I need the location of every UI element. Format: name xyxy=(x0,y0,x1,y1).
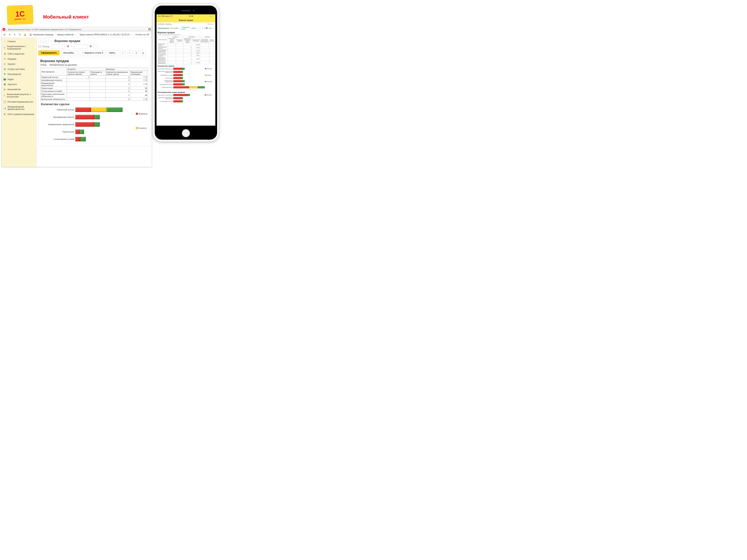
period-from-input[interactable] xyxy=(51,45,65,49)
sidebar-label: Международный финансовый учет xyxy=(7,106,35,110)
mobile-help-icon[interactable]: ? xyxy=(213,27,214,29)
settings-button[interactable]: Настройки... xyxy=(61,50,78,55)
m-print-icon[interactable]: 🖨 xyxy=(204,27,205,29)
calendar-to-icon[interactable]: 📅 xyxy=(88,45,93,49)
apps-icon[interactable]: ⊞ xyxy=(2,32,7,37)
history-icon[interactable]: ↻ xyxy=(12,32,17,37)
print-icon[interactable]: 🖨 xyxy=(140,50,146,55)
period-more-button[interactable]: … xyxy=(94,45,98,49)
search-icon[interactable]: 🔍 xyxy=(18,32,22,37)
m-bar-segment xyxy=(173,94,187,96)
period-to-input[interactable] xyxy=(73,45,87,49)
nav-forward-button[interactable]: → xyxy=(44,39,49,43)
sum-icon[interactable]: Σ xyxy=(134,50,139,55)
notifications-icon[interactable]: 🔔 xyxy=(23,32,27,37)
sidebar-item-9[interactable]: ◐Казначейство xyxy=(2,87,36,92)
period-checkbox[interactable] xyxy=(38,45,41,48)
tab-close-icon[interactable]: × xyxy=(130,33,132,36)
m-bar-row: Подготовка к выполнению обязательств xyxy=(158,71,205,73)
m-cell-c5 xyxy=(200,61,209,64)
cell-stage: Подготовка к выполнению обязательств xyxy=(41,93,67,98)
sidebar-item-2[interactable]: ◔CRM и маркетинг xyxy=(2,51,36,56)
m-collapse-icon[interactable]: ⤡ xyxy=(200,27,202,29)
tab-close-icon[interactable]: × xyxy=(75,33,76,36)
bar-segment xyxy=(75,130,80,134)
mobile-settings-link[interactable]: Настройки... xyxy=(171,27,180,29)
m-cell-c6 xyxy=(209,61,214,64)
m-cell-stage: Подготовка к выполнению обязательств xyxy=(158,57,168,61)
sidebar-icon: ▤ xyxy=(3,68,6,70)
mobile-period-chevron-icon[interactable]: › xyxy=(206,23,206,25)
page-title: Воронка продаж xyxy=(54,39,80,43)
sidebar-item-4[interactable]: 🛒Закупки xyxy=(2,61,36,66)
m-expand-icon[interactable]: ⤢ xyxy=(198,27,200,29)
bar-label: Первичный контакт xyxy=(40,109,75,111)
m-bar-segment xyxy=(182,80,185,82)
sidebar-item-11[interactable]: 📋Регламентированный учет xyxy=(2,99,36,104)
nav-tab-1[interactable]: Заказы клиентов× xyxy=(55,32,78,37)
sidebar-item-5[interactable]: ▤Склад и доставка xyxy=(2,66,36,72)
cell-pot xyxy=(90,93,105,98)
favorite-star-icon[interactable]: ☆ xyxy=(50,39,52,43)
m-cell-c6 xyxy=(209,54,214,57)
mobile-find-link[interactable]: Найти... xyxy=(191,27,197,29)
sidebar-item-0[interactable]: ≡Главное xyxy=(2,39,36,44)
sidebar-icon: 🛒 xyxy=(3,63,6,65)
m-bar-label: Согласование условий xyxy=(158,101,173,102)
calendar-from-icon[interactable]: 📅 xyxy=(66,45,70,49)
mobile-more-link[interactable]: Еще› xyxy=(209,27,212,29)
nav-back-button[interactable]: ← xyxy=(38,39,43,43)
wifi-icon: 📶 xyxy=(170,15,173,17)
sidebar-item-7[interactable]: 👥Кадры xyxy=(2,77,36,82)
cell-won: 1 xyxy=(105,90,130,93)
mobile-title: Воронка продаж xyxy=(179,19,193,21)
filter-label: Отбор: xyxy=(40,64,47,66)
save-icon[interactable]: 💾 xyxy=(148,28,151,30)
sidebar-item-12[interactable]: 📊Международный финансовый учет xyxy=(2,104,36,112)
th-sub-2: Количество выигранных этапов сделок xyxy=(105,71,130,76)
m-bar-track xyxy=(173,68,185,70)
expand-icon[interactable]: ⤢ xyxy=(121,50,126,55)
collapse-icon[interactable]: ⤡ xyxy=(127,50,132,55)
sidebar-item-1[interactable]: ⇅Бюджетирование и планирование xyxy=(2,44,36,51)
m-legend-label: В работе xyxy=(206,75,211,76)
m-cell-c4: 1 760,0 xyxy=(192,43,200,46)
bar-segment xyxy=(80,130,84,134)
phone-home-button[interactable] xyxy=(182,129,190,137)
favorites-icon[interactable]: ★ xyxy=(7,32,12,37)
m-bar-row: Квалификация клиента xyxy=(158,83,205,85)
nav-tab-0[interactable]: 🏠Начальная страница xyxy=(28,32,55,37)
m-cell-c1 xyxy=(168,54,176,57)
mobile-period-row: › Период: xyxy=(156,22,215,26)
sidebar-item-13[interactable]: ⚙НСИ и администрирование xyxy=(2,112,36,117)
sidebar-label: Склад и доставка xyxy=(7,68,25,70)
sidebar-item-6[interactable]: ⚒Производство xyxy=(2,72,36,77)
sidebar-item-8[interactable]: ▦Зарплата xyxy=(2,82,36,87)
cell-stage: Первичный контакт xyxy=(41,76,67,79)
cell-inwork xyxy=(67,98,90,101)
cell-pot xyxy=(90,98,105,101)
find-button[interactable]: Найти... xyxy=(107,50,119,55)
sidebar-item-10[interactable]: ⫴Финансовый результат и контроллинг xyxy=(2,92,36,99)
m-legend-item: В работе xyxy=(205,75,214,76)
sidebar-item-3[interactable]: 🛍Продажи xyxy=(2,56,36,61)
mobile-period-input[interactable] xyxy=(158,23,205,25)
app-menu-dropdown-icon[interactable]: ▾ xyxy=(6,28,7,30)
bar-track xyxy=(75,122,100,127)
m-save-icon[interactable]: 💾 xyxy=(206,27,208,29)
m-sum-icon[interactable]: Σ xyxy=(202,27,203,29)
nav-tab-3[interactable]: Отчеты по CR xyxy=(134,32,151,37)
bar-segment xyxy=(91,107,107,112)
table-row: Первичный контакт221 76 xyxy=(41,76,148,79)
cell-inwork xyxy=(67,90,90,93)
m-cell-c3: 1 xyxy=(183,52,192,54)
m-bar-segment xyxy=(173,80,182,82)
form-report-button[interactable]: Сформировать xyxy=(38,50,59,55)
report-variants-button[interactable]: 📄 Варианты отчета ▾ xyxy=(79,50,105,55)
sidebar-label: Финансовый результат и контроллинг xyxy=(7,93,35,98)
nav-tab-2[interactable]: Заказ клиента ПР00-000015 от 11.09.2017 … xyxy=(78,32,134,37)
bar-segment xyxy=(75,107,91,112)
mobile-back-icon[interactable]: ‹ xyxy=(158,19,158,21)
mobile-form-button[interactable]: Сформировать xyxy=(158,27,170,29)
mobile-variants-link[interactable]: 📄Варианты отчета› xyxy=(181,26,190,30)
